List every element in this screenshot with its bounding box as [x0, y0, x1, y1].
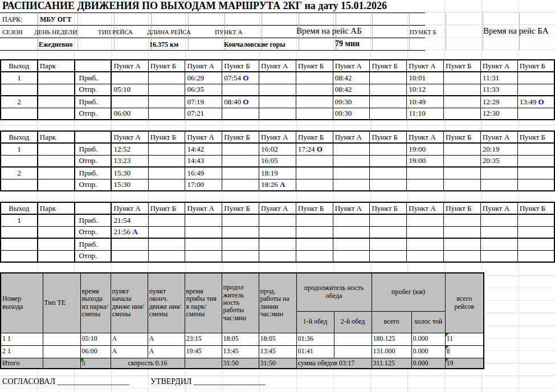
time-cell[interactable] — [185, 214, 222, 226]
summary-cell[interactable]: 2 1 — [1, 345, 43, 358]
park-cell[interactable] — [38, 84, 75, 96]
summary-cell[interactable]: А — [111, 333, 148, 345]
time-cell[interactable]: 12:30 — [480, 108, 517, 120]
point-col-header[interactable]: Пункт А — [185, 131, 222, 143]
col-header-arrive-park[interactable]: время прибы тия в парк/ смены — [185, 273, 222, 333]
summary-cell[interactable]: 180.125 — [372, 333, 411, 345]
exit-number-cell[interactable] — [1, 226, 38, 238]
time-cell[interactable] — [517, 84, 554, 96]
time-cell[interactable]: 12:52 — [111, 143, 148, 155]
time-cell[interactable] — [222, 179, 259, 191]
point-col-header[interactable]: Пункт Б — [517, 202, 554, 214]
time-cell[interactable] — [148, 84, 185, 96]
time-cell[interactable] — [296, 238, 333, 250]
time-cell[interactable] — [517, 179, 554, 191]
time-cell[interactable] — [148, 72, 185, 84]
time-cell[interactable] — [407, 214, 444, 226]
col-header-exit-no[interactable]: Номер выхода — [1, 273, 43, 333]
exit-number-cell[interactable]: 1 — [1, 72, 38, 84]
col-header-lunch-group[interactable]: продолжитель ность обеда — [296, 273, 372, 311]
park-cell[interactable] — [38, 72, 75, 84]
time-cell[interactable]: 20:19 — [480, 143, 517, 155]
spacer-col-header[interactable] — [75, 131, 112, 143]
arrdep-label-cell[interactable]: Отпр. — [75, 108, 112, 120]
col-header-vehicle-type[interactable]: Тип ТЕ — [43, 273, 80, 333]
schedule-table-1[interactable]: ВыходПаркПункт АПункт БПункт АПункт БПун… — [0, 59, 555, 120]
point-col-header[interactable]: Пункт Б — [222, 60, 259, 72]
point-col-header[interactable]: Пункт Б — [296, 131, 333, 143]
time-cell[interactable] — [296, 250, 333, 262]
time-cell[interactable] — [185, 238, 222, 250]
time-cell[interactable] — [148, 108, 185, 120]
arrdep-label-cell[interactable]: Отпр. — [75, 179, 112, 191]
time-cell[interactable] — [370, 143, 407, 155]
point-col-header[interactable]: Пункт А — [333, 60, 370, 72]
point-col-header[interactable]: Пункт Б — [222, 131, 259, 143]
schedule-table-2[interactable]: ВыходПаркПункт АПункт БПункт АПункт БПун… — [0, 130, 555, 191]
time-cell[interactable] — [296, 179, 333, 191]
time-cell[interactable] — [148, 155, 185, 167]
time-cell[interactable] — [333, 238, 370, 250]
point-col-header[interactable]: Пункт А — [480, 131, 517, 143]
point-col-header[interactable]: Пункт Б — [517, 131, 554, 143]
time-cell[interactable] — [517, 155, 554, 167]
exit-number-cell[interactable] — [1, 84, 38, 96]
summary-cell[interactable] — [43, 358, 80, 369]
summary-cell[interactable]: 0.000 — [411, 345, 445, 358]
time-cell[interactable]: 07:19 — [185, 96, 222, 108]
time-cell[interactable] — [517, 167, 554, 179]
time-cell[interactable]: 16:02 — [259, 143, 296, 155]
point-col-header[interactable]: Пункт Б — [444, 60, 481, 72]
time-cell[interactable] — [148, 214, 185, 226]
arrdep-label-cell[interactable]: Отпр. — [75, 155, 112, 167]
time-cell[interactable]: 05:10 — [111, 84, 148, 96]
time-cell[interactable] — [185, 250, 222, 262]
arrdep-label-cell[interactable]: Приб. — [75, 72, 112, 84]
time-cell[interactable] — [444, 238, 481, 250]
time-cell[interactable]: 20:35 — [480, 155, 517, 167]
col-header-total-trips[interactable]: всего рейсов — [445, 273, 484, 333]
time-cell[interactable] — [370, 167, 407, 179]
time-cell[interactable]: 07:54 О — [222, 72, 259, 84]
time-cell[interactable] — [370, 238, 407, 250]
summary-cell[interactable] — [334, 345, 372, 358]
point-col-header[interactable]: Пункт Б — [444, 202, 481, 214]
point-col-header[interactable]: Пункт А — [407, 131, 444, 143]
col-header-depart-park[interactable]: время выхода из парка/ смены — [80, 273, 111, 333]
time-cell[interactable]: 07:21 — [185, 108, 222, 120]
point-col-header[interactable]: Пункт А — [333, 202, 370, 214]
point-col-header[interactable]: Пункт А — [185, 202, 222, 214]
time-cell[interactable] — [370, 84, 407, 96]
summary-cell[interactable]: 01:36 — [296, 333, 334, 345]
time-cell[interactable] — [444, 250, 481, 262]
time-cell[interactable]: 11:31 — [480, 72, 517, 84]
time-cell[interactable] — [370, 155, 407, 167]
total-speed-cell[interactable]: скорость 0.16 — [111, 358, 185, 369]
exit-col-header[interactable]: Выход — [1, 202, 38, 214]
time-cell[interactable] — [222, 167, 259, 179]
col-header-line-duration[interactable]: прод. работы на линии час:мин — [259, 273, 296, 333]
time-cell[interactable] — [444, 143, 481, 155]
point-col-header[interactable]: Пункт Б — [370, 202, 407, 214]
park-cell[interactable] — [38, 108, 75, 120]
time-cell[interactable]: 08:42 — [333, 84, 370, 96]
time-cell[interactable]: 12:29 — [480, 96, 517, 108]
page-title[interactable]: РАСПИСАНИЕ ДВИЖЕНИЯ ПО ВЫХОДАМ МАРШРУТА … — [0, 0, 427, 12]
time-cell[interactable] — [259, 226, 296, 238]
exit-number-cell[interactable] — [1, 250, 38, 262]
time-cell[interactable] — [148, 143, 185, 155]
summary-cell[interactable]: 05:10 — [80, 333, 111, 345]
point-col-header[interactable]: Пункт Б — [370, 60, 407, 72]
time-cell[interactable] — [517, 143, 554, 155]
time-cell[interactable] — [517, 72, 554, 84]
agreed-signature[interactable]: СОГЛАСОВАЛ __________________ — [2, 377, 129, 386]
park-col-header[interactable]: Парк — [38, 202, 75, 214]
time-cell[interactable] — [370, 179, 407, 191]
summary-table[interactable]: Номер выхода Тип ТЕ время выхода из парк… — [0, 272, 484, 369]
time-cell[interactable] — [222, 108, 259, 120]
time-cell[interactable] — [222, 143, 259, 155]
time-ab-value[interactable]: 79 мин — [335, 39, 360, 48]
time-cell[interactable] — [370, 72, 407, 84]
time-cell[interactable]: 19:00 — [407, 143, 444, 155]
time-cell[interactable]: 14:43 — [185, 155, 222, 167]
